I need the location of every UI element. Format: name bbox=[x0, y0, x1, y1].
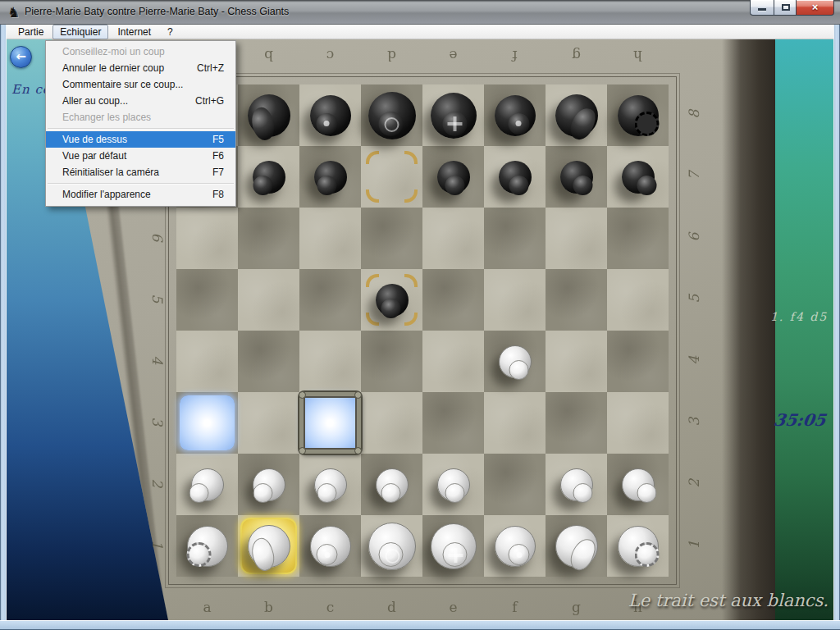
square-f5[interactable] bbox=[484, 269, 546, 331]
square-e3[interactable] bbox=[422, 392, 484, 454]
piece-black-pawn-g7[interactable] bbox=[546, 146, 607, 208]
menu-item-r-initialiser-la-cam-ra[interactable]: Réinitialiser la caméraF7 bbox=[46, 164, 235, 180]
file-label-bottom-e: e bbox=[422, 599, 484, 615]
square-a5[interactable] bbox=[176, 269, 238, 331]
menubar: PartieEchiquierInternet? bbox=[7, 25, 833, 39]
square-e5[interactable] bbox=[422, 269, 484, 331]
piece-white-pawn-e2[interactable] bbox=[422, 454, 484, 515]
square-c5[interactable] bbox=[299, 269, 361, 331]
file-label-bottom-d: d bbox=[361, 599, 422, 615]
board-grid[interactable] bbox=[176, 84, 669, 577]
square-c6[interactable] bbox=[299, 208, 361, 269]
menu-item-echanger-les-places[interactable]: Echanger les places bbox=[46, 109, 235, 126]
piece-black-bishop-c8[interactable] bbox=[299, 84, 361, 146]
piece-white-rook-h1[interactable] bbox=[607, 515, 669, 577]
move-target-highlight-a3[interactable] bbox=[180, 395, 235, 450]
menu-item-vue-de-dessus[interactable]: Vue de dessusF5 bbox=[46, 131, 235, 148]
piece-black-king-e8[interactable] bbox=[422, 84, 484, 146]
piece-white-bishop-f1[interactable] bbox=[484, 515, 546, 577]
piece-white-knight-b1[interactable] bbox=[238, 515, 299, 577]
cursor-square-frame-c3[interactable] bbox=[299, 392, 361, 454]
rank-label-right-5: 5 bbox=[686, 289, 702, 308]
square-b3[interactable] bbox=[238, 392, 299, 454]
piece-white-queen-d1[interactable] bbox=[361, 515, 422, 577]
minimize-button[interactable] bbox=[750, 0, 774, 16]
square-f3[interactable] bbox=[484, 392, 546, 454]
square-e4[interactable] bbox=[422, 331, 484, 392]
piece-white-bishop-c1[interactable] bbox=[299, 515, 361, 577]
piece-black-pawn-f7[interactable] bbox=[484, 146, 546, 208]
square-f6[interactable] bbox=[484, 208, 546, 269]
square-d6[interactable] bbox=[361, 208, 422, 269]
menubar-item-internet[interactable]: Internet bbox=[110, 25, 158, 39]
piece-white-pawn-a2[interactable] bbox=[176, 454, 238, 515]
piece-white-pawn-b2[interactable] bbox=[238, 454, 299, 515]
menubar-item-?[interactable]: ? bbox=[160, 25, 180, 39]
piece-black-rook-h8[interactable] bbox=[607, 84, 669, 146]
menubar-item-echiquier[interactable]: Echiquier bbox=[52, 25, 108, 39]
square-b5[interactable] bbox=[238, 269, 299, 331]
piece-white-pawn-h2[interactable] bbox=[607, 454, 669, 515]
square-d3[interactable] bbox=[361, 392, 422, 454]
square-g3[interactable] bbox=[546, 392, 607, 454]
square-h6[interactable] bbox=[607, 208, 669, 269]
piece-white-pawn-f4[interactable] bbox=[484, 331, 546, 392]
window-border-right bbox=[833, 25, 840, 630]
maximize-button[interactable] bbox=[774, 0, 797, 16]
back-button[interactable]: ← bbox=[10, 46, 32, 68]
close-button[interactable]: × bbox=[797, 0, 834, 16]
menu-separator bbox=[48, 183, 234, 184]
square-g5[interactable] bbox=[546, 269, 607, 331]
piece-white-pawn-c2[interactable] bbox=[299, 454, 361, 515]
piece-white-pawn-g2[interactable] bbox=[546, 454, 607, 515]
square-a4[interactable] bbox=[176, 331, 238, 392]
square-h5[interactable] bbox=[607, 269, 669, 331]
piece-black-pawn-d5[interactable] bbox=[361, 269, 422, 331]
square-h3[interactable] bbox=[607, 392, 669, 454]
rank-label-left-4: 4 bbox=[149, 350, 166, 370]
minimize-icon bbox=[758, 8, 766, 11]
rank-label-right-6: 6 bbox=[686, 227, 702, 247]
menu-item-aller-au-coup[interactable]: Aller au coup...Ctrl+G bbox=[46, 93, 235, 109]
rank-label-left-6: 6 bbox=[149, 227, 166, 247]
file-label-top-d: d bbox=[361, 48, 422, 64]
square-b4[interactable] bbox=[238, 331, 299, 392]
piece-black-pawn-c7[interactable] bbox=[299, 146, 361, 208]
piece-black-pawn-h7[interactable] bbox=[607, 146, 669, 208]
piece-white-king-e1[interactable] bbox=[422, 515, 484, 577]
piece-white-knight-g1[interactable] bbox=[546, 515, 607, 577]
piece-black-knight-b8[interactable] bbox=[238, 84, 299, 146]
square-f2[interactable] bbox=[484, 454, 546, 515]
rank-label-right-3: 3 bbox=[686, 412, 702, 431]
piece-white-pawn-d2[interactable] bbox=[361, 454, 422, 515]
window-border-left bbox=[0, 25, 7, 630]
menu-item-modifier-l-apparence[interactable]: Modifier l'apparenceF8 bbox=[46, 186, 235, 203]
menu-item-vue-par-d-faut[interactable]: Vue par défautF6 bbox=[46, 148, 235, 164]
file-label-bottom-b: b bbox=[238, 599, 299, 615]
piece-black-queen-d8[interactable] bbox=[361, 84, 422, 146]
square-d4[interactable] bbox=[361, 331, 422, 392]
piece-black-pawn-b7[interactable] bbox=[238, 146, 299, 208]
square-e6[interactable] bbox=[422, 208, 484, 269]
piece-black-knight-g8[interactable] bbox=[546, 84, 607, 146]
square-b6[interactable] bbox=[238, 208, 299, 269]
dropdown-menu: Conseillez-moi un coupAnnuler le dernier… bbox=[45, 40, 236, 207]
title-bar[interactable]: ♞ Pierre-Marie Baty contre Pierre-Marie … bbox=[0, 0, 840, 25]
menu-item-conseillez-moi-un-coup[interactable]: Conseillez-moi un coup bbox=[46, 43, 235, 60]
rank-label-left-3: 3 bbox=[149, 412, 166, 431]
piece-black-pawn-e7[interactable] bbox=[422, 146, 484, 208]
menu-item-commentaire-sur-ce-coup[interactable]: Commentaire sur ce coup... bbox=[46, 76, 235, 93]
move-list: 1. f4 d5 bbox=[768, 310, 830, 323]
file-label-top-c: c bbox=[299, 48, 361, 64]
menubar-item-partie[interactable]: Partie bbox=[11, 25, 51, 39]
square-c4[interactable] bbox=[299, 331, 361, 392]
game-clock: 35:05 bbox=[768, 410, 831, 430]
piece-black-bishop-f8[interactable] bbox=[484, 84, 546, 146]
piece-white-rook-a1[interactable] bbox=[176, 515, 238, 577]
rank-label-right-1: 1 bbox=[686, 535, 702, 555]
square-h4[interactable] bbox=[607, 331, 669, 392]
menu-item-annuler-le-dernier-coup[interactable]: Annuler le dernier coupCtrl+Z bbox=[46, 60, 235, 76]
square-g6[interactable] bbox=[546, 208, 607, 269]
square-g4[interactable] bbox=[546, 331, 607, 392]
square-a6[interactable] bbox=[176, 208, 238, 269]
